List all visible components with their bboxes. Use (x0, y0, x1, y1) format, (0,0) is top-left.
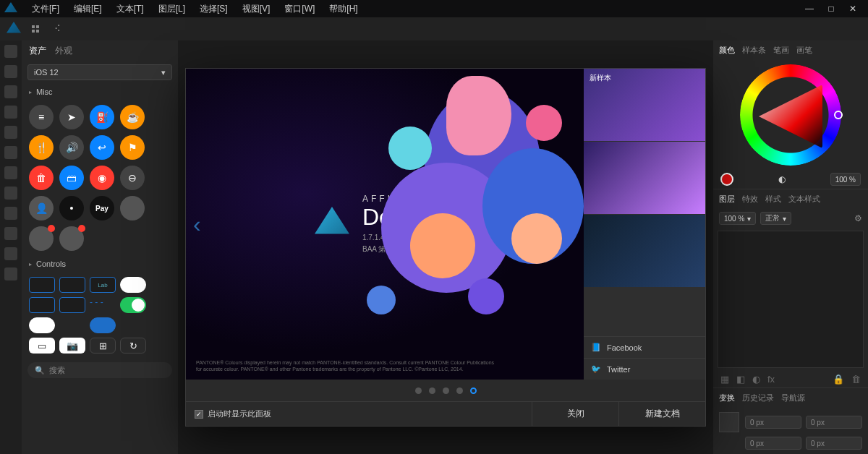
menu-help[interactable]: 帮助[H] (322, 3, 365, 15)
menu-file[interactable]: 文件[F] (25, 3, 67, 15)
splash-new-document-button[interactable]: 新建文档 (618, 402, 705, 427)
splash-close-button[interactable]: 关闭 (532, 402, 618, 427)
carousel-dot[interactable] (443, 387, 449, 394)
asset-item[interactable]: ☕ (120, 105, 145, 129)
control-pill[interactable] (29, 317, 55, 333)
node-tool-icon[interactable] (4, 65, 17, 78)
crop-tool-icon[interactable] (4, 207, 17, 220)
control-toggle-on[interactable] (120, 297, 146, 313)
carousel-dot-active[interactable] (470, 387, 477, 394)
asset-item[interactable]: Pay (90, 196, 114, 220)
asset-item[interactable]: • (59, 196, 84, 220)
tab-brushes[interactable]: 画笔 (796, 45, 812, 56)
layer-blend-select[interactable]: 正常▾ (760, 212, 791, 225)
window-minimize-button[interactable]: — (799, 4, 820, 14)
transparency-tool-icon[interactable] (4, 187, 17, 200)
carousel-dot[interactable] (429, 387, 435, 394)
control-dashes[interactable]: - - - (90, 297, 116, 313)
transform-y-field[interactable]: 0 px (745, 437, 801, 450)
splash-thumb-2[interactable] (584, 142, 705, 214)
tab-effects[interactable]: 特效 (742, 194, 758, 205)
layer-adjust-icon[interactable]: ◐ (752, 374, 760, 385)
layer-fx-icon[interactable]: fx (767, 374, 775, 385)
control-calculator-icon[interactable]: ⊞ (90, 338, 116, 354)
current-colour-swatch[interactable] (720, 173, 733, 186)
menu-edit[interactable]: 编辑[E] (67, 3, 109, 15)
splash-thumb-samples[interactable]: 新样本 (584, 69, 705, 141)
layer-options-icon[interactable]: ⚙ (854, 213, 862, 223)
tab-styles[interactable]: 样式 (765, 194, 781, 205)
splash-show-on-start-checkbox[interactable]: ✓ 启动时显示此面板 (186, 408, 280, 419)
carousel-prev-icon[interactable]: ‹ (193, 211, 201, 238)
control-refresh-icon[interactable]: ↻ (120, 338, 146, 354)
tab-assets[interactable]: 资产 (29, 45, 46, 57)
shape-tool-icon[interactable] (4, 126, 17, 139)
asset-item[interactable]: ⛽ (90, 105, 114, 129)
tab-text-styles[interactable]: 文本样式 (788, 194, 820, 205)
asset-item[interactable] (120, 196, 145, 220)
transform-w-field[interactable]: 0 px (806, 416, 862, 429)
tab-swatches[interactable]: 样本条 (742, 45, 766, 56)
tab-history[interactable]: 历史记录 (742, 393, 774, 403)
control-outline[interactable] (29, 297, 55, 313)
splash-twitter-link[interactable]: 🐦 Twitter (584, 358, 705, 380)
tab-appearance[interactable]: 外观 (55, 45, 72, 57)
asset-item[interactable] (29, 226, 54, 251)
control-outline[interactable] (59, 297, 85, 313)
menu-layer[interactable]: 图层[L] (151, 3, 192, 15)
fill-tool-icon[interactable] (4, 166, 17, 179)
colour-picker-tool-icon[interactable] (4, 267, 17, 280)
transform-h-field[interactable]: 0 px (806, 437, 862, 450)
menu-select[interactable]: 选择[S] (192, 3, 235, 15)
assets-preset-select[interactable]: iOS 12 ▾ (27, 64, 172, 80)
opacity-value-field[interactable]: 100 % (830, 173, 861, 186)
pencil-tool-icon[interactable] (4, 106, 17, 119)
transform-anchor-widget[interactable] (719, 412, 739, 432)
zoom-tool-icon[interactable] (4, 247, 17, 260)
asset-item[interactable]: ⚑ (120, 135, 145, 160)
text-tool-icon[interactable] (4, 146, 17, 159)
move-tool-icon[interactable] (4, 45, 17, 58)
transform-x-field[interactable]: 0 px (745, 416, 801, 429)
menu-text[interactable]: 文本[T] (109, 3, 151, 15)
control-outline[interactable] (29, 277, 55, 293)
colour-wheel-handle-icon[interactable] (834, 111, 843, 119)
asset-item[interactable]: 🗃 (59, 166, 84, 190)
persona-designer-icon[interactable] (6, 21, 22, 37)
tab-transform[interactable]: 变换 (719, 393, 735, 403)
layer-list[interactable] (718, 231, 864, 368)
control-label[interactable]: Lab (90, 277, 116, 293)
share-icon[interactable]: ⠪ (49, 21, 65, 37)
tab-layers[interactable]: 图层 (719, 194, 735, 205)
menu-view[interactable]: 视图[V] (235, 3, 278, 15)
pen-tool-icon[interactable] (4, 85, 17, 98)
control-pill-white[interactable] (120, 277, 146, 293)
carousel-dot[interactable] (415, 387, 422, 394)
control-card-icon[interactable]: ▭ (29, 338, 55, 354)
asset-item[interactable]: 🍴 (29, 135, 54, 160)
window-close-button[interactable]: ✕ (842, 4, 864, 14)
layer-mask-icon[interactable]: ◧ (736, 374, 745, 385)
layer-add-icon[interactable]: ▦ (720, 374, 729, 385)
asset-item[interactable]: ◉ (90, 166, 114, 190)
asset-item[interactable]: ≡ (29, 105, 54, 129)
assets-section-controls[interactable]: Controls (22, 255, 178, 273)
menu-window[interactable]: 窗口[W] (277, 3, 322, 15)
view-tool-icon[interactable] (4, 227, 17, 240)
splash-thumb-3[interactable] (584, 215, 705, 287)
tab-navigator[interactable]: 导航源 (781, 393, 805, 403)
carousel-dot[interactable] (456, 387, 463, 394)
asset-item[interactable]: 👤 (29, 196, 54, 220)
control-camera-icon[interactable]: 📷 (59, 338, 85, 354)
asset-item[interactable]: 🗑 (29, 166, 54, 190)
asset-item[interactable]: ➤ (59, 105, 84, 129)
assets-search[interactable]: 🔍 搜索 (27, 362, 172, 378)
control-outline[interactable] (59, 277, 85, 293)
layer-delete-icon[interactable]: 🗑 (851, 374, 861, 385)
layer-opacity-field[interactable]: 100 %▾ (719, 212, 756, 225)
tab-stroke[interactable]: 笔画 (773, 45, 789, 56)
asset-item[interactable]: ⊖ (120, 166, 145, 190)
asset-item[interactable]: ↩ (90, 135, 114, 160)
colour-wheel[interactable] (740, 64, 841, 166)
layer-lock-icon[interactable]: 🔒 (833, 374, 844, 385)
